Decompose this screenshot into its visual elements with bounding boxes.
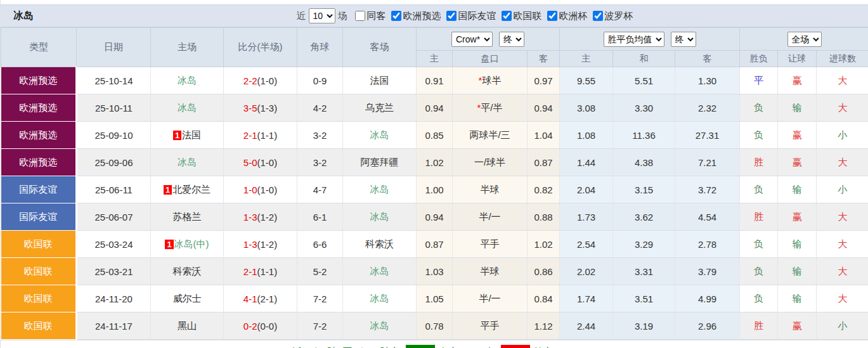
same-away-filter[interactable]: 同客 (350, 10, 386, 22)
away-team-name: 冰岛 (370, 266, 389, 276)
handicap-odds-away: 0.84 (528, 285, 560, 313)
match-date: 25-03-24 (77, 231, 151, 258)
odds-time-select[interactable]: 终 (499, 32, 524, 47)
same-away-checkbox[interactable] (355, 11, 365, 21)
match-type-badge: 国际友谊 (1, 176, 77, 203)
half-time-score: (0-0) (257, 321, 278, 332)
competition-checkbox[interactable] (446, 11, 457, 21)
avg-odds-draw: 3.51 (613, 285, 675, 313)
handicap-line: 半/一 (479, 211, 500, 222)
home-team-name: 冰岛(中) (174, 238, 209, 249)
corner-score: 6-1 (297, 203, 343, 231)
avg-odds-win: 1.08 (560, 122, 613, 149)
result-goals: 大 (817, 231, 868, 258)
away-team-name: 冰岛 (370, 211, 389, 222)
full-time-score: 2-2 (243, 75, 257, 86)
match-type-badge: 欧国联 (1, 313, 77, 340)
competition-checkbox[interactable] (502, 11, 512, 21)
handicap-line: 半/一 (479, 293, 500, 304)
result-wdl: 胜 (740, 313, 778, 340)
competition-checkbox[interactable] (547, 11, 557, 21)
home-team-name: 科索沃 (173, 266, 202, 276)
avg-odds-draw: 5.51 (613, 67, 675, 94)
handicap-odds-away: 0.94 (528, 94, 560, 122)
col-handicap: 盘口 (453, 51, 528, 67)
result-wdl: 负 (740, 285, 778, 313)
recent-count-select[interactable]: 10 (309, 8, 335, 23)
away-team-name: 法国 (370, 75, 389, 86)
competition-filter[interactable]: 欧洲杯 (542, 10, 588, 22)
competition-filter[interactable]: 欧洲预选 (386, 10, 441, 22)
score-cell: 1-0(1-0) (224, 176, 297, 203)
avg-time-select[interactable]: 终 (671, 32, 696, 47)
home-team-name: 冰岛 (178, 157, 197, 167)
corner-score: 4-2 (297, 94, 343, 122)
result-goals: 大 (817, 285, 868, 313)
home-team-name: 苏格兰 (173, 211, 202, 222)
handicap-odds-home: 1.03 (417, 258, 453, 285)
full-time-score: 1-3 (243, 239, 257, 250)
avg-type-select[interactable]: 胜平负均值 (604, 32, 664, 47)
corner-score: 6-6 (297, 231, 343, 258)
avg-odds-draw: 3.62 (613, 203, 675, 231)
col-home: 主场 (151, 28, 224, 67)
col-handicap-result: 让球 (778, 51, 817, 67)
away-team-name: 乌克兰 (365, 102, 394, 113)
result-wdl: 负 (740, 122, 778, 149)
full-time-score: 2-1 (243, 130, 257, 141)
competition-checkbox[interactable] (391, 11, 401, 21)
half-time-score: (1-1) (257, 130, 278, 141)
handicap-line: 半球 (481, 266, 500, 276)
handicap-odds-home: 0.94 (417, 94, 453, 122)
result-goals: 小 (817, 122, 868, 149)
match-date: 24-11-17 (77, 313, 151, 340)
competition-checkbox[interactable] (593, 11, 603, 21)
rate-badge: 30% (406, 345, 435, 348)
handicap-line-cell: *半/一 (453, 285, 528, 313)
avg-odds-lose: 27.31 (675, 122, 740, 149)
competition-filter[interactable]: 国际友谊 (441, 10, 496, 22)
score-cell: 4-1(2-1) (224, 285, 297, 313)
avg-odds-lose: 4.54 (675, 203, 740, 231)
away-team-cell: 冰岛 (343, 285, 417, 313)
competition-filter[interactable]: 波罗杯 (588, 10, 633, 22)
handicap-line-cell: *半/一 (453, 203, 528, 231)
summary-text: 赢率: (438, 346, 461, 348)
competition-filter[interactable]: 欧国联 (496, 10, 542, 22)
avg-odds-draw: 3.30 (613, 94, 675, 122)
avg-odds-draw: 11.36 (613, 122, 675, 149)
match-date: 25-09-06 (77, 149, 151, 176)
avg-odds-lose: 3.79 (675, 258, 740, 285)
match-date: 25-06-11 (77, 176, 151, 203)
result-wdl: 负 (740, 94, 778, 122)
corner-score: 3-2 (297, 122, 343, 149)
score-cell: 2-2(1-0) (224, 67, 297, 94)
period-header-group: 全场 (740, 28, 868, 51)
avg-odds-draw: 3.31 (613, 258, 675, 285)
corner-score: 4-7 (297, 176, 343, 203)
avg-odds-lose: 1.30 (675, 67, 740, 94)
home-team-name: 威尔士 (173, 293, 202, 304)
handicap-line-cell: *平手 (453, 231, 528, 258)
period-select[interactable]: 全场 (787, 32, 822, 47)
bookmaker-select[interactable]: Crow* (451, 32, 493, 47)
result-handicap: 赢 (778, 122, 817, 149)
handicap-line: 平手 (481, 320, 500, 331)
table-header: 类型 日期 主场 比分(半场) 角球 客场 Crow* 终 胜平负均值 终 (1, 28, 868, 67)
handicap-line-cell: *球半 (453, 67, 528, 94)
match-type-badge: 欧洲预选 (1, 94, 77, 122)
competition-label: 欧洲杯 (559, 10, 588, 22)
competition-label: 波罗杯 (605, 10, 633, 22)
avg-odds-win: 1.74 (560, 285, 613, 313)
result-handicap: 输 (778, 94, 817, 122)
col-score: 比分(半场) (224, 28, 297, 67)
score-cell: 0-2(0-0) (224, 313, 297, 340)
away-team-cell: 法国 (343, 67, 417, 94)
col-avg-draw: 和 (613, 51, 675, 67)
summary-text: 近 (292, 346, 302, 348)
handicap-line-cell: *平/半 (453, 94, 528, 122)
avg-odds-lose: 2.96 (675, 313, 740, 340)
table-row: 欧国联 24-11-20 1威尔士 4-1(2-1) 7-2 冰岛 1.05 *… (1, 285, 868, 313)
home-team-name: 法国 (182, 129, 201, 140)
score-cell: 5-0(1-0) (224, 149, 297, 176)
